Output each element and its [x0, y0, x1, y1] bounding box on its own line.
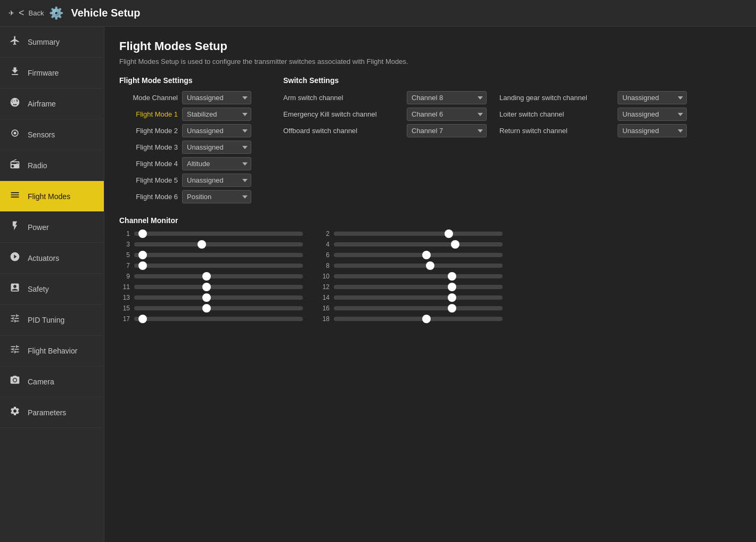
sw-right-label-2: Return switch channel	[499, 127, 611, 135]
fm-label-1: Flight Mode 1	[119, 110, 178, 118]
fm-select-1[interactable]: UnassignedStabilizedAltitudePositionAcro…	[182, 108, 251, 121]
sidebar-label-pid-tuning: PID Tuning	[28, 316, 64, 324]
channel-num-9: 9	[119, 273, 130, 280]
fm-row-1: Flight Mode 1UnassignedStabilizedAltitud…	[119, 108, 251, 121]
firmware-icon	[9, 66, 21, 79]
fm-select-5[interactable]: UnassignedStabilizedAltitudePositionAcro…	[182, 174, 251, 187]
fm-select-6[interactable]: UnassignedStabilizedAltitudePositionAcro…	[182, 190, 251, 203]
fm-label-2: Flight Mode 2	[119, 127, 178, 135]
channel-row-6: 6	[319, 251, 503, 259]
fm-select-4[interactable]: UnassignedStabilizedAltitudePositionAcro…	[182, 157, 251, 170]
airframe-icon	[9, 97, 21, 110]
parameters-icon	[9, 406, 21, 419]
fm-label-0: Mode Channel	[119, 94, 178, 102]
channel-row-15: 15	[119, 305, 303, 312]
sidebar-item-flight-modes[interactable]: Flight Modes	[0, 181, 104, 212]
sw-right-select-1[interactable]: UnassignedChannel 1Channel 2Channel 3Cha…	[618, 108, 687, 121]
channel-thumb-2	[445, 229, 453, 238]
sw-right-select-0[interactable]: UnassignedChannel 1Channel 2Channel 3Cha…	[618, 91, 687, 104]
channel-thumb-7	[138, 261, 147, 270]
switch-table: Arm switch channelUnassignedChannel 1Cha…	[283, 91, 687, 137]
sidebar-item-parameters[interactable]: Parameters	[0, 397, 104, 428]
channel-row-3: 3	[119, 241, 303, 248]
sw-left-label-0: Arm switch channel	[283, 94, 400, 102]
channel-num-13: 13	[119, 294, 130, 301]
channel-thumb-9	[202, 272, 211, 281]
sidebar-item-summary[interactable]: Summary	[0, 27, 104, 58]
channel-track-5	[134, 253, 303, 257]
sidebar-item-flight-behavior[interactable]: Flight Behavior	[0, 335, 104, 366]
svg-point-1	[14, 132, 17, 135]
fm-select-0[interactable]: UnassignedStabilizedAltitudePositionAcro…	[182, 91, 251, 104]
fm-label-4: Flight Mode 4	[119, 160, 178, 168]
sidebar-label-flight-behavior: Flight Behavior	[28, 347, 77, 355]
channel-row-14: 14	[319, 294, 503, 301]
flight-behavior-icon	[9, 344, 21, 357]
fm-row-5: Flight Mode 5UnassignedStabilizedAltitud…	[119, 174, 251, 187]
sw-row-2: Offboard switch channelUnassignedChannel…	[283, 124, 687, 137]
channel-thumb-3	[198, 240, 206, 249]
fm-select-2[interactable]: UnassignedStabilizedAltitudePositionAcro…	[182, 124, 251, 137]
channel-row-11: 11	[119, 283, 303, 291]
sidebar-label-firmware: Firmware	[28, 69, 59, 77]
sidebar-item-actuators[interactable]: Actuators	[0, 243, 104, 274]
sw-row-0: Arm switch channelUnassignedChannel 1Cha…	[283, 91, 687, 104]
sidebar-item-power[interactable]: Power	[0, 212, 104, 243]
power-icon	[9, 220, 21, 234]
back-button[interactable]: ✈ < Back	[9, 7, 44, 19]
sidebar-item-pid-tuning[interactable]: PID Tuning	[0, 305, 104, 335]
channel-track-8	[334, 264, 503, 268]
channel-thumb-16	[448, 304, 456, 313]
channel-num-6: 6	[319, 251, 330, 259]
main-content: Flight Modes Setup Flight Modes Setup is…	[104, 27, 756, 542]
channel-row-1: 1	[119, 230, 303, 237]
sw-left-select-1[interactable]: UnassignedChannel 1Channel 2Channel 3Cha…	[407, 108, 487, 121]
sidebar-label-power: Power	[28, 223, 49, 232]
camera-icon	[9, 375, 21, 388]
channel-row-17: 17	[119, 315, 303, 323]
channel-num-12: 12	[319, 283, 330, 291]
flight-mode-section-title: Flight Mode Settings	[119, 76, 251, 85]
fm-select-3[interactable]: UnassignedStabilizedAltitudePositionAcro…	[182, 141, 251, 154]
sensors-icon	[9, 128, 21, 141]
sidebar-item-airframe[interactable]: Airframe	[0, 88, 104, 119]
sw-right-select-2[interactable]: UnassignedChannel 1Channel 2Channel 3Cha…	[618, 124, 687, 137]
plane-icon: ✈	[9, 9, 14, 17]
channel-thumb-11	[202, 283, 211, 291]
channel-row-12: 12	[319, 283, 503, 291]
flight-mode-table: Mode ChannelUnassignedStabilizedAltitude…	[119, 91, 251, 203]
flight-mode-settings: Flight Mode Settings Mode ChannelUnassig…	[119, 76, 251, 203]
radio-icon	[9, 159, 21, 172]
channel-track-3	[134, 242, 303, 247]
sidebar-label-camera: Camera	[28, 377, 54, 386]
channel-num-18: 18	[319, 315, 330, 323]
channel-thumb-4	[451, 240, 459, 249]
sidebar-item-radio[interactable]: Radio	[0, 150, 104, 181]
channel-num-1: 1	[119, 230, 130, 237]
page-description: Flight Modes Setup is used to configure …	[119, 58, 741, 65]
sidebar-item-firmware[interactable]: Firmware	[0, 58, 104, 88]
sidebar-label-safety: Safety	[28, 285, 49, 293]
channel-row-16: 16	[319, 305, 503, 312]
main-layout: SummaryFirmwareAirframeSensorsRadioFligh…	[0, 27, 756, 542]
channel-num-10: 10	[319, 273, 330, 280]
sw-left-label-2: Offboard switch channel	[283, 127, 400, 135]
channel-num-15: 15	[119, 305, 130, 312]
fm-row-0: Mode ChannelUnassignedStabilizedAltitude…	[119, 91, 251, 104]
channel-monitor-title: Channel Monitor	[119, 216, 741, 225]
channel-thumb-15	[202, 304, 211, 313]
sidebar-item-sensors[interactable]: Sensors	[0, 119, 104, 150]
sw-left-select-0[interactable]: UnassignedChannel 1Channel 2Channel 3Cha…	[407, 91, 487, 104]
channel-track-4	[334, 242, 503, 247]
sw-left-select-2[interactable]: UnassignedChannel 1Channel 2Channel 3Cha…	[407, 124, 487, 137]
sidebar-item-camera[interactable]: Camera	[0, 366, 104, 397]
channel-row-4: 4	[319, 241, 503, 248]
sidebar-item-safety[interactable]: Safety	[0, 274, 104, 305]
channel-grid: 123456789101112131415161718	[119, 230, 503, 323]
fm-row-6: Flight Mode 6UnassignedStabilizedAltitud…	[119, 190, 251, 203]
sw-right-label-1: Loiter switch channel	[499, 110, 611, 118]
sidebar-label-radio: Radio	[28, 161, 47, 170]
channel-track-11	[134, 285, 303, 289]
channel-num-7: 7	[119, 262, 130, 269]
channel-track-18	[334, 317, 503, 321]
